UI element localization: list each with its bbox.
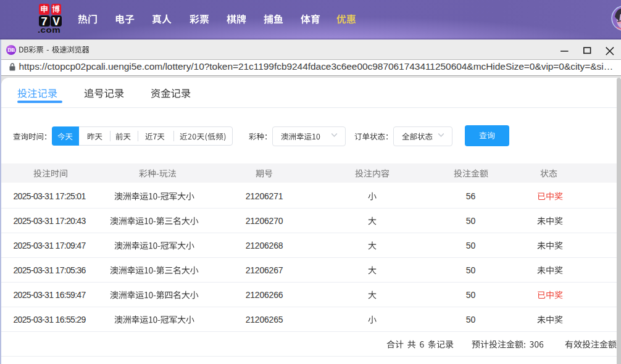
- svg-text:DB: DB: [7, 47, 15, 53]
